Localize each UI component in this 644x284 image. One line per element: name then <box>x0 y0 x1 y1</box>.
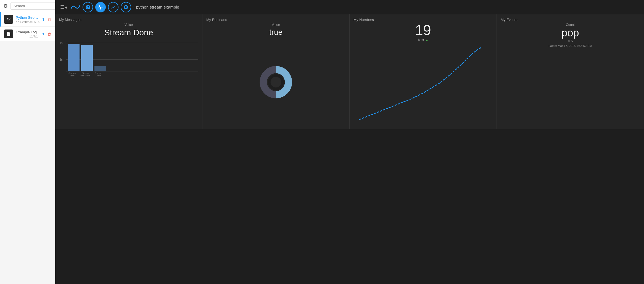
numbers-big-number: 19 <box>353 23 493 37</box>
y-label-5s: 5s <box>60 58 63 61</box>
messages-current-value: Stream Done <box>59 28 198 37</box>
dashboard: My Messages Value Stream Done 1s 5s <box>55 14 644 284</box>
chart-icon-btn[interactable] <box>108 2 118 12</box>
bar-1 <box>68 44 80 71</box>
donut-chart <box>258 64 294 100</box>
booleans-value-label: Value <box>206 23 345 27</box>
item-events: 47 Events <box>16 20 29 23</box>
share-button[interactable]: ⬆ <box>41 17 45 22</box>
bar-3 <box>94 66 106 71</box>
events-panel: My Events Count pop × 6 Latest Mar 17, 2… <box>497 14 644 129</box>
sidebar-item-example-log[interactable]: Example Log 11/7/14 ⬆ 🗑 <box>0 27 55 41</box>
topbar: ☰◂ python stre <box>55 0 644 14</box>
delete-button[interactable]: 🗑 <box>47 17 52 22</box>
events-count-label: Count <box>501 23 640 27</box>
numbers-panel: My Numbers 19 1/19 ▲ <box>350 14 497 129</box>
messages-panel-title: My Messages <box>59 18 198 22</box>
settings-button[interactable]: ⚙ <box>3 2 8 10</box>
dashboard-bottom <box>55 129 644 284</box>
topbar-title: python stream example <box>136 5 179 9</box>
booleans-current-value: true <box>206 28 345 37</box>
x-axis <box>66 71 198 71</box>
item-title: Python Stream Example <box>16 15 39 20</box>
snapshot-icon-btn[interactable] <box>83 2 93 12</box>
events-multiplier: × 6 <box>501 39 640 43</box>
events-panel-title: My Events <box>501 18 640 22</box>
messages-value-label: Value <box>59 23 198 27</box>
gauge-icon-btn[interactable] <box>121 2 131 12</box>
events-latest: Latest Mar 17, 2015 1:58:52 PM <box>501 44 640 47</box>
numbers-sub-text: 1/19 <box>417 38 424 42</box>
item-meta: 47 Events 3/17/15 <box>16 20 39 23</box>
line-chart-svg <box>353 44 493 126</box>
booleans-panel-title: My Booleans <box>206 18 345 22</box>
up-arrow-icon: ▲ <box>425 38 429 42</box>
item-actions: ⬆ 🗑 <box>41 17 52 22</box>
sidebar-list: Python Stream Example 47 Events 3/17/15 … <box>0 12 55 284</box>
item-title: Example Log <box>16 30 39 34</box>
sidebar-header: ⚙ <box>0 0 55 12</box>
x-label-1: Stream Start <box>66 72 78 77</box>
numbers-sub: 1/19 ▲ <box>353 38 493 42</box>
item-meta: 11/7/14 <box>16 35 39 38</box>
booleans-panel: My Booleans Value true <box>202 14 350 129</box>
booleans-donut-container <box>206 39 345 126</box>
share-button[interactable]: ⬆ <box>41 31 45 37</box>
bar-2 <box>81 45 93 71</box>
numbers-line-chart <box>353 44 493 126</box>
x-labels: Stream Start Stream Half Done Stream Don… <box>66 72 104 77</box>
main-content: ☰◂ python stre <box>55 0 644 284</box>
messages-bar-chart: 1s 5s Stream Start <box>59 37 198 126</box>
item-date: 11/7/14 <box>29 35 39 38</box>
messages-panel: My Messages Value Stream Done 1s 5s <box>55 14 202 129</box>
x-label-3: Stream Done <box>93 72 104 77</box>
events-current-value: pop <box>501 27 640 39</box>
sidebar-item-python-stream[interactable]: Python Stream Example 47 Events 3/17/15 … <box>0 12 55 27</box>
y-label-1s: 1s <box>60 42 63 45</box>
delete-button[interactable]: 🗑 <box>47 31 52 37</box>
item-date: 3/17/15 <box>29 20 39 23</box>
item-content: Example Log 11/7/14 <box>16 30 39 38</box>
x-label-2: Stream Half Done <box>80 72 91 77</box>
bar-group <box>68 44 106 71</box>
logo <box>70 2 80 12</box>
y-gridline-1 <box>66 43 198 43</box>
menu-button[interactable]: ☰◂ <box>59 3 68 11</box>
item-actions: ⬆ 🗑 <box>41 31 52 37</box>
sidebar: ⚙ Python Stream Example 47 Events 3/17/1… <box>0 0 55 284</box>
item-content: Python Stream Example 47 Events 3/17/15 <box>16 15 39 23</box>
numbers-panel-title: My Numbers <box>353 18 493 22</box>
log-icon <box>4 30 13 38</box>
stream-icon <box>4 15 13 24</box>
svg-point-3 <box>271 77 281 88</box>
pulse-icon-btn[interactable] <box>95 2 106 12</box>
